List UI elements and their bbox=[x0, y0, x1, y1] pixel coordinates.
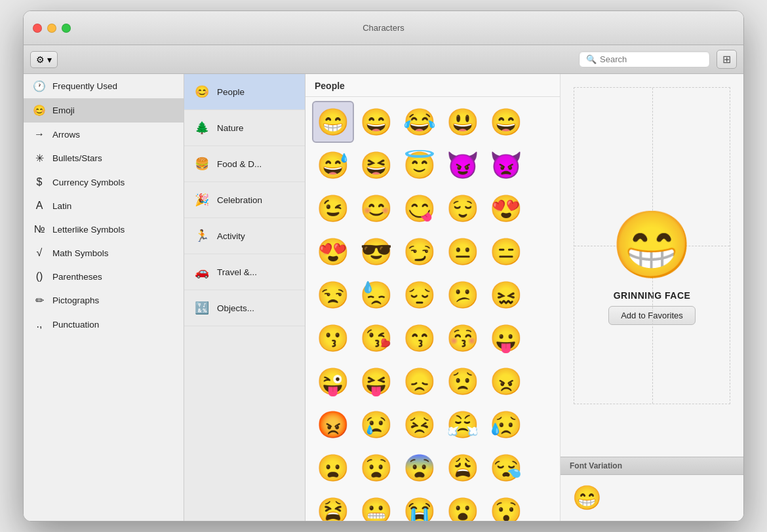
emoji-cell[interactable]: 😛 bbox=[485, 317, 527, 359]
sidebar-item-letterlike[interactable]: № Letterlike Symbols bbox=[24, 218, 184, 241]
sidebar-item-arrows[interactable]: → Arrows bbox=[24, 123, 184, 146]
minimize-button[interactable] bbox=[47, 24, 56, 33]
content-area: 🕐 Frequently Used 😊 Emoji → Arrows ✳ Bul… bbox=[24, 74, 743, 521]
search-input[interactable] bbox=[600, 54, 703, 64]
sidebar-item-parentheses[interactable]: () Parentheses bbox=[24, 265, 184, 288]
emoji-cell[interactable]: 😭 bbox=[399, 490, 441, 521]
emoji-cell[interactable]: 😇 bbox=[399, 144, 441, 186]
emoji-cell[interactable]: 😤 bbox=[442, 404, 484, 446]
emoji-cell[interactable]: 😄 bbox=[485, 101, 527, 143]
math-icon: √ bbox=[33, 247, 46, 259]
sidebar-label: Bullets/Stars bbox=[52, 153, 102, 163]
arrow-icon: → bbox=[33, 128, 46, 140]
emoji-cell[interactable]: 😏 bbox=[399, 231, 441, 273]
clock-icon: 🕐 bbox=[33, 80, 46, 92]
emoji-cell[interactable]: 😖 bbox=[485, 274, 527, 316]
title-bar: Characters bbox=[24, 11, 743, 45]
emoji-cell[interactable]: 😅 bbox=[312, 144, 354, 186]
grid-icon: ⊞ bbox=[722, 54, 731, 65]
emoji-cell[interactable]: 😥 bbox=[485, 404, 527, 446]
emoji-cell[interactable]: 😨 bbox=[399, 447, 441, 489]
sidebar-item-latin[interactable]: A Latin bbox=[24, 194, 184, 218]
close-button[interactable] bbox=[33, 24, 42, 33]
emoji-cell[interactable]: 😗 bbox=[312, 317, 354, 359]
emoji-cell[interactable]: 😘 bbox=[355, 317, 397, 359]
sidebar-item-math[interactable]: √ Math Symbols bbox=[24, 241, 184, 265]
emoji-cell[interactable]: 😎 bbox=[355, 231, 397, 273]
mid-item-activity[interactable]: 🏃 Activity bbox=[184, 218, 305, 254]
emoji-cell[interactable]: 😠 bbox=[485, 360, 527, 402]
emoji-cell[interactable]: 😢 bbox=[355, 404, 397, 446]
emoji-cell[interactable]: 😞 bbox=[399, 360, 441, 402]
mid-item-objects[interactable]: 🔣 Objects... bbox=[184, 290, 305, 326]
latin-icon: A bbox=[33, 200, 46, 212]
emoji-row: 😁😄😂😃😄 bbox=[312, 101, 553, 143]
emoji-cell[interactable]: 👿 bbox=[485, 144, 527, 186]
sidebar-item-punctuation[interactable]: ., Punctuation bbox=[24, 313, 184, 336]
sidebar-item-bullets[interactable]: ✳ Bullets/Stars bbox=[24, 146, 184, 170]
activity-icon: 🏃 bbox=[193, 229, 210, 243]
mid-item-nature[interactable]: 🌲 Nature bbox=[184, 110, 305, 146]
emoji-cell[interactable]: 😄 bbox=[355, 101, 397, 143]
chevron-down-icon: ▾ bbox=[47, 54, 52, 65]
emoji-cell[interactable]: 😉 bbox=[312, 187, 354, 229]
emoji-cell[interactable]: 😚 bbox=[442, 317, 484, 359]
emoji-cell[interactable]: 😓 bbox=[355, 274, 397, 316]
emoji-icon: 😊 bbox=[33, 104, 46, 117]
emoji-cell[interactable]: 😊 bbox=[355, 187, 397, 229]
sidebar-item-pictographs[interactable]: ✏ Pictographs bbox=[24, 288, 184, 313]
emoji-cell[interactable]: 😍 bbox=[312, 231, 354, 273]
emoji-cell[interactable]: 😔 bbox=[399, 274, 441, 316]
mid-item-celebration[interactable]: 🎉 Celebration bbox=[184, 182, 305, 218]
emoji-cell[interactable]: 😯 bbox=[485, 490, 527, 521]
sidebar-item-frequently-used[interactable]: 🕐 Frequently Used bbox=[24, 74, 184, 98]
emoji-row: 😍😎😏😐😑 bbox=[312, 231, 553, 273]
emoji-row: 😜😝😞😟😠 bbox=[312, 360, 553, 402]
emoji-cell[interactable]: 😍 bbox=[485, 187, 527, 229]
variation-emoji[interactable]: 😁 bbox=[570, 482, 604, 514]
maximize-button[interactable] bbox=[62, 24, 71, 33]
font-variation-header: Font Variation bbox=[560, 457, 743, 475]
mid-item-food[interactable]: 🍔 Food & D... bbox=[184, 146, 305, 182]
left-sidebar: 🕐 Frequently Used 😊 Emoji → Arrows ✳ Bul… bbox=[24, 74, 184, 521]
emoji-cell[interactable]: 😟 bbox=[442, 360, 484, 402]
emoji-cell[interactable]: 😆 bbox=[355, 144, 397, 186]
emoji-cell[interactable]: 😫 bbox=[312, 490, 354, 521]
emoji-cell[interactable]: 😁 bbox=[312, 101, 354, 143]
emoji-cell[interactable]: 😈 bbox=[442, 144, 484, 186]
sidebar-label: Pictographs bbox=[52, 295, 99, 305]
emoji-cell[interactable]: 😑 bbox=[485, 231, 527, 273]
emoji-cell[interactable]: 😃 bbox=[442, 101, 484, 143]
emoji-cell[interactable]: 😧 bbox=[355, 447, 397, 489]
emoji-cell[interactable]: 😦 bbox=[312, 447, 354, 489]
emoji-cell[interactable]: 😩 bbox=[442, 447, 484, 489]
emoji-cell[interactable]: 😋 bbox=[399, 187, 441, 229]
mid-label: Travel &... bbox=[217, 267, 257, 277]
emoji-cell[interactable]: 😮 bbox=[442, 490, 484, 521]
emoji-cell[interactable]: 😌 bbox=[442, 187, 484, 229]
emoji-cell[interactable]: 😙 bbox=[399, 317, 441, 359]
emoji-cell[interactable]: 😡 bbox=[312, 404, 354, 446]
emoji-cell[interactable]: 😂 bbox=[399, 101, 441, 143]
sidebar-item-emoji[interactable]: 😊 Emoji bbox=[24, 98, 184, 123]
mid-item-travel[interactable]: 🚗 Travel &... bbox=[184, 254, 305, 290]
emoji-cell[interactable]: 😬 bbox=[355, 490, 397, 521]
middle-sidebar: 😊 People 🌲 Nature 🍔 Food & D... 🎉 Celebr… bbox=[184, 74, 305, 521]
sidebar-label: Punctuation bbox=[52, 320, 99, 330]
mid-item-people[interactable]: 😊 People bbox=[184, 74, 305, 110]
grid-view-button[interactable]: ⊞ bbox=[717, 50, 737, 69]
emoji-cell[interactable]: 😒 bbox=[312, 274, 354, 316]
sidebar-label: Emoji bbox=[52, 105, 75, 115]
emoji-cell[interactable]: 😕 bbox=[442, 274, 484, 316]
letterlike-icon: № bbox=[33, 223, 46, 235]
gear-button[interactable]: ⚙ ▾ bbox=[30, 51, 58, 68]
emoji-cell[interactable]: 😣 bbox=[399, 404, 441, 446]
emoji-cell[interactable]: 😐 bbox=[442, 231, 484, 273]
paren-icon: () bbox=[33, 271, 46, 282]
nature-icon: 🌲 bbox=[193, 121, 210, 135]
emoji-cell[interactable]: 😜 bbox=[312, 360, 354, 402]
emoji-cell[interactable]: 😪 bbox=[485, 447, 527, 489]
sidebar-item-currency[interactable]: $ Currency Symbols bbox=[24, 170, 184, 194]
emoji-row: 😉😊😋😌😍 bbox=[312, 187, 553, 229]
emoji-cell[interactable]: 😝 bbox=[355, 360, 397, 402]
